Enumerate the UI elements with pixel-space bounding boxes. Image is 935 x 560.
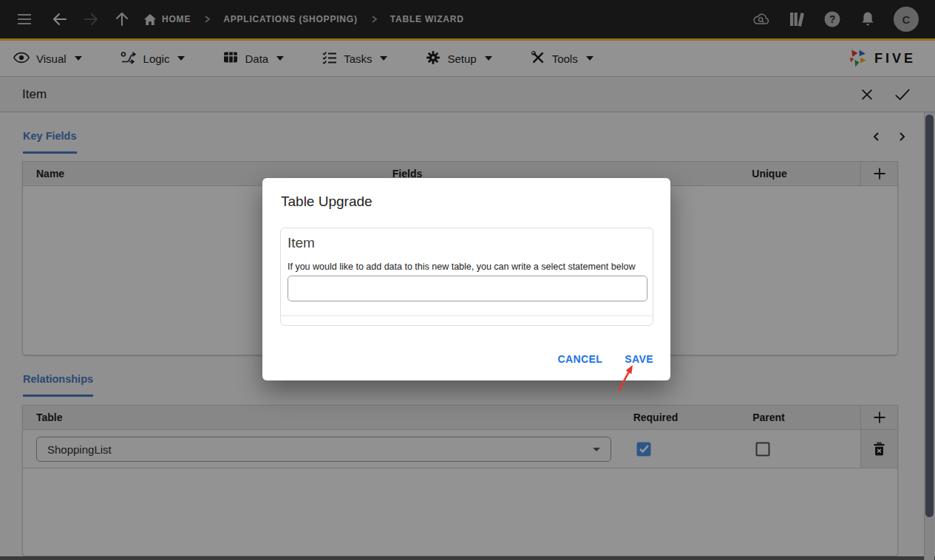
table-upgrade-dialog: Table Upgrade Item If you would like to … xyxy=(262,178,670,380)
app-screen: HOME APPLICATIONS (SHOPPING) TABLE WIZAR… xyxy=(0,0,935,560)
dialog-title: Table Upgrade xyxy=(281,194,373,210)
table-name-heading: Item xyxy=(288,235,315,251)
select-statement-hint: If you would like to add data to this ne… xyxy=(288,262,635,272)
save-button[interactable]: SAVE xyxy=(619,349,659,369)
dialog-actions: CANCEL SAVE xyxy=(552,349,659,369)
card-divider xyxy=(281,315,653,316)
select-statement-input[interactable] xyxy=(288,276,647,301)
upgrade-table-card: Item If you would like to add data to th… xyxy=(280,228,653,326)
cancel-button[interactable]: CANCEL xyxy=(552,349,609,369)
